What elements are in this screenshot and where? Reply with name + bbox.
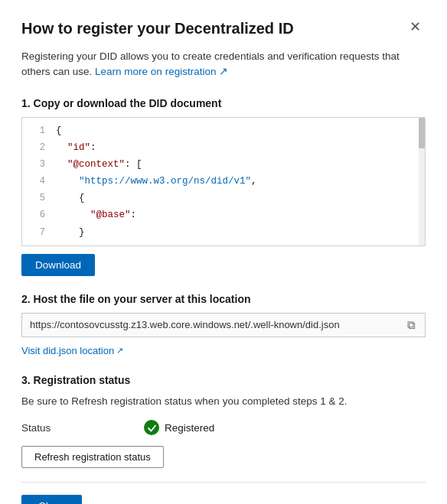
did-link[interactable]: "https://www.w3.org/ns/did/v1"	[79, 176, 251, 187]
close-icon[interactable]: ✕	[405, 18, 426, 35]
code-line-7: 7 }	[22, 224, 425, 241]
section-2: 2. Host the file on your server at this …	[21, 293, 426, 357]
status-row: Status Registered	[21, 420, 426, 435]
code-line-2: 2 "id":	[22, 139, 425, 156]
section-3: 3. Registration status Be sure to Refres…	[21, 374, 426, 468]
intro-text: Registering your DID allows you to creat…	[21, 49, 426, 80]
status-text: Registered	[165, 422, 214, 434]
footer-divider	[21, 482, 426, 483]
code-line-4: 4 "https://www.w3.org/ns/did/v1",	[22, 173, 425, 190]
learn-more-link[interactable]: Learn more on registration ↗	[95, 66, 228, 77]
modal-title: How to register your Decentralized ID	[21, 18, 294, 38]
footer: Close	[21, 495, 426, 504]
close-modal-button[interactable]: Close	[21, 495, 82, 504]
download-button[interactable]: Download	[21, 254, 95, 276]
code-block: 1 { 2 "id": 3 "@context": [ 4 "https://w…	[21, 117, 426, 246]
copy-icon[interactable]: ⧉	[406, 318, 417, 332]
section-1-title: 1. Copy or download the DID document	[21, 97, 426, 109]
status-note: Be sure to Refresh registration status w…	[21, 394, 426, 409]
external-link-icon: ↗	[116, 346, 123, 356]
url-row: https://contosovcusstg.z13.web.core.wind…	[21, 313, 426, 337]
registered-icon	[144, 420, 159, 435]
status-value: Registered	[144, 420, 214, 435]
status-label: Status	[21, 422, 144, 434]
code-line-3: 3 "@context": [	[22, 156, 425, 173]
code-line-1: 1 {	[22, 122, 425, 139]
url-text: https://contosovcusstg.z13.web.core.wind…	[30, 319, 406, 330]
modal: How to register your Decentralized ID ✕ …	[0, 0, 447, 504]
section-2-title: 2. Host the file on your server at this …	[21, 293, 426, 305]
external-link-icon: ↗	[219, 66, 228, 77]
scrollbar-thumb	[419, 118, 425, 148]
visit-did-json-link[interactable]: Visit did.json location ↗	[21, 345, 123, 356]
code-line-6: 6 "@base":	[22, 206, 425, 223]
section-3-title: 3. Registration status	[21, 374, 426, 386]
code-line-5: 5 {	[22, 190, 425, 206]
modal-header: How to register your Decentralized ID ✕	[21, 18, 426, 38]
section-1: 1. Copy or download the DID document 1 {…	[21, 97, 426, 293]
refresh-registration-button[interactable]: Refresh registration status	[21, 446, 164, 468]
scrollbar[interactable]	[419, 118, 425, 245]
